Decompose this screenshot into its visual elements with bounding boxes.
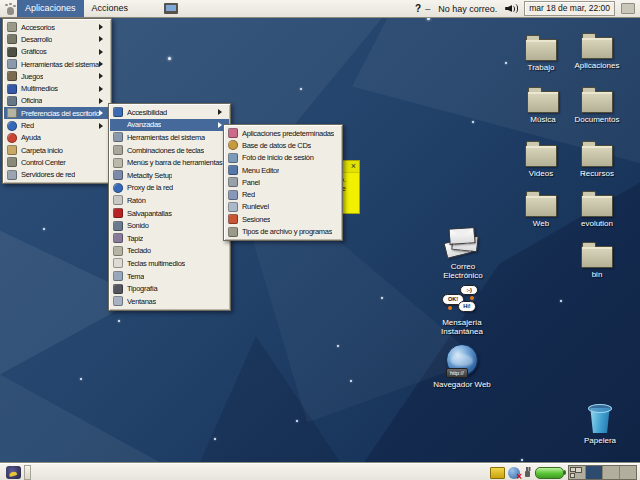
menu-item-sonido[interactable]: Sonido bbox=[110, 219, 229, 232]
menu-item-servidores-de-red[interactable]: Servidores de red bbox=[4, 169, 110, 181]
menu-item-raton[interactable]: Ratón bbox=[110, 194, 229, 207]
menu-item-graficos[interactable]: Gráficos bbox=[4, 46, 110, 58]
battery-indicator[interactable] bbox=[535, 467, 564, 479]
menu-item-control-center[interactable]: Control Center bbox=[4, 156, 110, 168]
help-icon[interactable]: ? bbox=[415, 3, 421, 14]
desktop-launcher-im[interactable]: :-) OK! Hi! Mensajería Instantánea bbox=[427, 284, 497, 336]
show-desktop-icon[interactable] bbox=[6, 466, 21, 479]
menu-item-red[interactable]: Red bbox=[4, 119, 110, 131]
desktop-launcher-email[interactable]: Correo Electrónico bbox=[428, 228, 498, 280]
menu-item-label: Tapiz bbox=[127, 234, 143, 243]
menu-item-tema[interactable]: Tema bbox=[110, 270, 229, 283]
menu-item-label: Menu Editor bbox=[242, 166, 279, 175]
desktop-folder-bin[interactable]: bin bbox=[562, 241, 632, 279]
metacity-window-icon bbox=[113, 170, 123, 180]
menu-item-carpeta-inicio[interactable]: Carpeta inicio bbox=[4, 144, 110, 156]
menu-item-base-de-datos-de-cds[interactable]: Base de datos de CDs bbox=[225, 139, 341, 151]
chat-bubble: :-) bbox=[460, 285, 478, 295]
menu-item-combinaciones-de-teclas[interactable]: Combinaciones de teclas bbox=[110, 144, 229, 157]
workspace-switcher[interactable] bbox=[568, 465, 637, 480]
chat-bubbles-icon: :-) OK! Hi! bbox=[440, 284, 484, 316]
menu-item-label: Menús y barra de herramientas bbox=[127, 158, 223, 167]
submenu-arrow-icon bbox=[99, 36, 107, 42]
folder-icon bbox=[525, 195, 557, 217]
menu-item-preferencias-del-escritorio[interactable]: Preferencias del escritorio bbox=[4, 107, 110, 119]
menu-item-salvapantallas[interactable]: Salvapantallas bbox=[110, 207, 229, 220]
menu-item-label: Desarrollo bbox=[21, 35, 52, 44]
workspace-1[interactable] bbox=[569, 466, 586, 479]
icon-label: Recursos bbox=[562, 169, 632, 178]
preferred-apps-icon bbox=[228, 128, 238, 138]
workspace-3[interactable] bbox=[603, 466, 620, 479]
menu-item-tapiz[interactable]: Tapiz bbox=[110, 232, 229, 245]
mail-status-label: No hay correo. bbox=[438, 4, 497, 14]
menu-item-tipos-de-archivo-y-programas[interactable]: Tipos de archivo y programas bbox=[225, 225, 341, 237]
sessions-icon bbox=[228, 214, 238, 224]
menu-item-red[interactable]: Red bbox=[225, 188, 341, 200]
wallpaper-icon bbox=[113, 233, 123, 243]
menu-item-herramientas-del-sistema[interactable]: Herramientas del sistema bbox=[110, 131, 229, 144]
menu-item-accesorios[interactable]: Accesorios bbox=[4, 21, 110, 33]
menu-item-avanzadas[interactable]: Avanzadas bbox=[110, 119, 229, 132]
menu-item-menu-editor[interactable]: Menu Editor bbox=[225, 164, 341, 176]
menu-item-ayuda[interactable]: Ayuda bbox=[4, 132, 110, 144]
menu-item-accesibilidad[interactable]: Accesibilidad bbox=[110, 106, 229, 119]
gnome-foot-icon[interactable] bbox=[4, 3, 17, 15]
workspace-2[interactable] bbox=[586, 466, 603, 479]
menu-item-aplicaciones-predeterminadas[interactable]: Aplicaciones predeterminadas bbox=[225, 127, 341, 139]
menu-item-label: Juegos bbox=[21, 72, 43, 81]
workspace-4[interactable] bbox=[620, 466, 636, 479]
desktop-folder-documentos[interactable]: Documentos bbox=[562, 86, 632, 124]
volume-icon[interactable] bbox=[505, 3, 518, 14]
menubar-item-aplicaciones[interactable]: Aplicaciones bbox=[17, 0, 84, 17]
star-dot bbox=[296, 420, 298, 422]
menu-item-metacity-setup[interactable]: Metacity Setup bbox=[110, 169, 229, 182]
close-icon[interactable]: × bbox=[351, 161, 356, 172]
trash-rim bbox=[588, 404, 612, 413]
menu-item-label: Ventanas bbox=[127, 297, 156, 306]
power-plug-icon[interactable] bbox=[523, 467, 532, 478]
menu-item-label: Teclado bbox=[127, 246, 151, 255]
menu-item-juegos[interactable]: Juegos bbox=[4, 70, 110, 82]
menu-item-sesiones[interactable]: Sesiones bbox=[225, 213, 341, 225]
folder-icon bbox=[525, 39, 557, 61]
print-notifier-icon[interactable] bbox=[490, 467, 505, 479]
menu-item-herramientas-del-sistema[interactable]: Herramientas del sistema bbox=[4, 58, 110, 70]
menu-item-desarrollo[interactable]: Desarrollo bbox=[4, 33, 110, 45]
menu-item-proxy-de-la-red[interactable]: Proxy de la red bbox=[110, 182, 229, 195]
menu-item-ventanas[interactable]: Ventanas bbox=[110, 295, 229, 308]
submenu-arrow-icon bbox=[99, 73, 107, 79]
star-dot bbox=[337, 345, 339, 347]
desktop-launcher-web-browser[interactable]: http:// Navegador Web bbox=[427, 344, 497, 389]
clock-applet[interactable]: mar 18 de mar, 22:00 bbox=[524, 1, 615, 16]
menu-item-multimedios[interactable]: Multimedios bbox=[4, 82, 110, 94]
desktop-folder-evolution[interactable]: evolution bbox=[562, 190, 632, 228]
desktop-folder-aplicaciones[interactable]: Aplicaciones bbox=[562, 32, 632, 70]
menu-item-tipografia[interactable]: Tipografía bbox=[110, 282, 229, 295]
desktop-folder-recursos[interactable]: Recursos bbox=[562, 140, 632, 178]
network-offline-icon[interactable] bbox=[508, 467, 520, 479]
menu-item-oficina[interactable]: Oficina bbox=[4, 95, 110, 107]
multimedia-keys-icon bbox=[113, 258, 123, 268]
menubar-item-acciones[interactable]: Acciones bbox=[84, 0, 137, 17]
network-settings-icon bbox=[228, 190, 238, 200]
graphics-icon bbox=[7, 47, 17, 57]
submenu-arrow-icon bbox=[99, 110, 107, 116]
tray-icon[interactable] bbox=[621, 3, 635, 14]
menu-item-foto-de-inicio-de-sesion[interactable]: Foto de inicio de sesión bbox=[225, 152, 341, 164]
star-dot bbox=[118, 320, 120, 322]
panel-drag-handle[interactable] bbox=[24, 465, 31, 480]
star-dot bbox=[80, 378, 82, 380]
panel-icon bbox=[228, 177, 238, 187]
desktop-trash[interactable]: Papelera bbox=[565, 404, 635, 445]
menu-item-panel[interactable]: Panel bbox=[225, 176, 341, 188]
menu-item-teclas-multimedios[interactable]: Teclas multimedios bbox=[110, 257, 229, 270]
menu-item-teclado[interactable]: Teclado bbox=[110, 245, 229, 258]
menu-item-menus-y-barra-de-herramientas[interactable]: Menús y barra de herramientas bbox=[110, 156, 229, 169]
screenshot-monitor-icon[interactable] bbox=[164, 3, 178, 14]
keybindings-icon bbox=[113, 145, 123, 155]
star-dot bbox=[472, 121, 474, 123]
menu-item-runlevel[interactable]: Runlevel bbox=[225, 201, 341, 213]
menu-item-label: Teclas multimedios bbox=[127, 259, 185, 268]
home-folder-icon bbox=[7, 145, 17, 155]
